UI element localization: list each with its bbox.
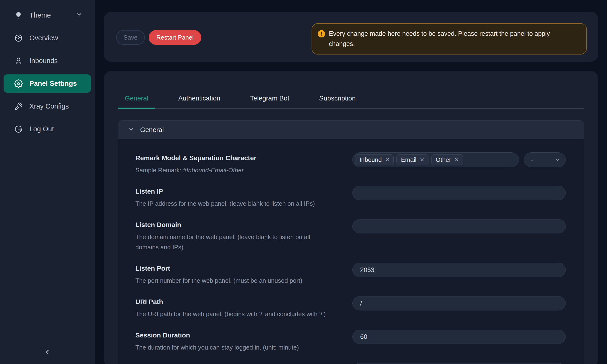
tag-email: Email ✕ bbox=[396, 154, 428, 165]
sidebar-item-label: Log Out bbox=[29, 125, 54, 133]
sidebar-item-xray-configs[interactable]: Xray Configs bbox=[3, 97, 91, 116]
sidebar-collapse-button[interactable] bbox=[42, 347, 53, 358]
restart-warning-alert: ! Every change made here needs to be sav… bbox=[312, 23, 587, 54]
sidebar-item-label: Inbounds bbox=[29, 57, 58, 65]
general-form: Remark Model & Separation Character Samp… bbox=[118, 139, 584, 364]
toolbar-card: Save Restart Panel ! Every change made h… bbox=[104, 12, 598, 62]
tag-other: Other ✕ bbox=[431, 154, 463, 165]
sidebar-item-label: Theme bbox=[29, 11, 51, 19]
sidebar: Theme Overview Inbounds Panel Settings bbox=[0, 0, 95, 364]
remove-tag-icon[interactable]: ✕ bbox=[384, 157, 391, 163]
listen-port-desc: The port number for the web panel. (must… bbox=[135, 276, 302, 286]
uri-path-desc: The URI path for the web panel. (begins … bbox=[135, 309, 326, 319]
separator-select-value: - bbox=[531, 156, 533, 164]
gear-icon bbox=[14, 79, 23, 88]
settings-tabs: General Authentication Telegram Bot Subs… bbox=[118, 71, 584, 109]
tab-telegram-bot[interactable]: Telegram Bot bbox=[243, 92, 296, 108]
listen-ip-label: Listen IP bbox=[135, 187, 315, 196]
tag-label: Other bbox=[436, 156, 451, 164]
dashboard-icon bbox=[14, 34, 23, 42]
chevron-down-icon bbox=[554, 157, 560, 163]
listen-domain-input[interactable] bbox=[352, 219, 566, 234]
uri-path-label: URI Path bbox=[135, 297, 326, 307]
sidebar-item-label: Xray Configs bbox=[29, 102, 69, 110]
save-button[interactable]: Save bbox=[116, 30, 145, 45]
tag-inbound: Inbound ✕ bbox=[355, 154, 394, 165]
pagination-size-input[interactable] bbox=[352, 363, 566, 364]
tab-authentication[interactable]: Authentication bbox=[172, 92, 227, 108]
general-collapse-panel: General Remark Model & Separation Charac… bbox=[118, 120, 584, 364]
sidebar-item-log-out[interactable]: Log Out bbox=[3, 120, 91, 138]
user-icon bbox=[14, 57, 23, 65]
session-duration-desc: The duration for which you can stay logg… bbox=[135, 342, 299, 353]
section-title: General bbox=[140, 126, 164, 134]
warning-icon: ! bbox=[318, 30, 325, 38]
sample-remark-value: #Inbound-Email-Other bbox=[183, 167, 244, 174]
form-row-uri-path: URI Path The URI path for the web panel.… bbox=[135, 297, 566, 319]
sidebar-item-overview[interactable]: Overview bbox=[3, 29, 91, 47]
remark-model-tags-input[interactable]: Inbound ✕ Email ✕ Other ✕ bbox=[352, 152, 519, 167]
listen-port-input[interactable] bbox=[352, 263, 566, 277]
remove-tag-icon[interactable]: ✕ bbox=[418, 157, 426, 163]
listen-port-label: Listen Port bbox=[135, 264, 302, 273]
main-content: Save Restart Panel ! Every change made h… bbox=[95, 0, 607, 364]
session-duration-input[interactable] bbox=[352, 330, 566, 344]
lightbulb-icon bbox=[14, 11, 23, 20]
sidebar-item-inbounds[interactable]: Inbounds bbox=[3, 52, 91, 70]
sample-remark: Sample Remark: #Inbound-Email-Other bbox=[135, 165, 256, 175]
uri-path-input[interactable] bbox=[352, 296, 566, 311]
sidebar-item-label: Overview bbox=[29, 34, 58, 42]
sample-remark-prefix: Sample Remark: bbox=[135, 167, 183, 174]
remove-tag-icon[interactable]: ✕ bbox=[453, 157, 461, 163]
sidebar-item-theme[interactable]: Theme bbox=[3, 6, 91, 25]
sidebar-nav: Theme Overview Inbounds Panel Settings bbox=[0, 0, 95, 138]
chevron-down-icon bbox=[76, 11, 82, 19]
form-row-remark-model: Remark Model & Separation Character Samp… bbox=[135, 153, 566, 175]
remark-model-label: Remark Model & Separation Character bbox=[135, 153, 256, 163]
form-row-listen-port: Listen Port The port number for the web … bbox=[135, 263, 566, 286]
chevron-down-icon bbox=[128, 126, 134, 134]
sidebar-item-label: Panel Settings bbox=[29, 80, 77, 88]
tab-general[interactable]: General bbox=[118, 92, 155, 108]
toolbar-buttons: Save Restart Panel bbox=[116, 30, 201, 45]
tab-subscription[interactable]: Subscription bbox=[313, 92, 362, 108]
form-row-session-duration: Session Duration The duration for which … bbox=[135, 330, 566, 353]
sidebar-item-panel-settings[interactable]: Panel Settings bbox=[3, 74, 91, 93]
wrench-icon bbox=[14, 102, 23, 111]
logout-icon bbox=[14, 125, 23, 133]
form-row-listen-ip: Listen IP The IP address for the web pan… bbox=[135, 186, 566, 209]
settings-card: General Authentication Telegram Bot Subs… bbox=[104, 71, 598, 364]
tag-label: Email bbox=[401, 156, 416, 164]
chevron-left-icon bbox=[44, 348, 51, 357]
separator-select[interactable]: - bbox=[524, 152, 566, 167]
listen-domain-desc: The domain name for the web panel. (leav… bbox=[135, 232, 335, 252]
form-row-listen-domain: Listen Domain The domain name for the we… bbox=[135, 220, 566, 252]
listen-domain-label: Listen Domain bbox=[135, 220, 335, 230]
alert-message: Every change made here needs to be saved… bbox=[329, 29, 564, 49]
listen-ip-desc: The IP address for the web panel. (leave… bbox=[135, 199, 315, 209]
tag-label: Inbound bbox=[359, 156, 382, 164]
general-collapse-header[interactable]: General bbox=[118, 121, 584, 139]
restart-panel-button[interactable]: Restart Panel bbox=[149, 30, 201, 45]
session-duration-label: Session Duration bbox=[135, 331, 299, 340]
listen-ip-input[interactable] bbox=[352, 186, 566, 200]
